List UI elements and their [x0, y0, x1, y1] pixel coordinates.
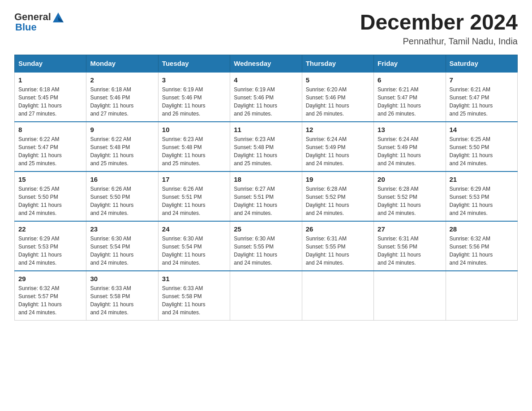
day-cell-18: 18Sunrise: 6:27 AMSunset: 5:51 PMDayligh…: [230, 171, 302, 221]
day-info: Sunrise: 6:21 AMSunset: 5:47 PMDaylight:…: [378, 86, 442, 118]
day-number: 7: [450, 76, 514, 84]
day-info: Sunrise: 6:33 AMSunset: 5:58 PMDaylight:…: [90, 284, 154, 317]
day-cell-25: 25Sunrise: 6:30 AMSunset: 5:55 PMDayligh…: [230, 221, 302, 271]
day-cell-21: 21Sunrise: 6:29 AMSunset: 5:53 PMDayligh…: [446, 171, 517, 221]
day-cell-23: 23Sunrise: 6:30 AMSunset: 5:54 PMDayligh…: [86, 221, 158, 271]
month-title: December 2024: [360, 11, 518, 34]
logo: General Blue: [14, 11, 64, 33]
day-info: Sunrise: 6:22 AMSunset: 5:47 PMDaylight:…: [18, 135, 82, 167]
day-info: Sunrise: 6:32 AMSunset: 5:56 PMDaylight:…: [450, 235, 514, 267]
day-cell-15: 15Sunrise: 6:25 AMSunset: 5:50 PMDayligh…: [15, 171, 86, 221]
day-cell-28: 28Sunrise: 6:32 AMSunset: 5:56 PMDayligh…: [446, 221, 517, 271]
day-cell-1: 1Sunrise: 6:18 AMSunset: 5:45 PMDaylight…: [15, 72, 86, 122]
day-cell-26: 26Sunrise: 6:31 AMSunset: 5:55 PMDayligh…: [302, 221, 373, 271]
empty-cell: [230, 271, 302, 321]
day-number: 16: [90, 176, 154, 183]
day-info: Sunrise: 6:20 AMSunset: 5:46 PMDaylight:…: [306, 86, 370, 118]
day-cell-27: 27Sunrise: 6:31 AMSunset: 5:56 PMDayligh…: [374, 221, 446, 271]
day-info: Sunrise: 6:30 AMSunset: 5:54 PMDaylight:…: [162, 235, 226, 267]
day-number: 31: [162, 275, 226, 283]
day-cell-2: 2Sunrise: 6:18 AMSunset: 5:46 PMDaylight…: [86, 72, 158, 122]
day-cell-16: 16Sunrise: 6:26 AMSunset: 5:50 PMDayligh…: [86, 171, 158, 221]
day-cell-3: 3Sunrise: 6:19 AMSunset: 5:46 PMDaylight…: [158, 72, 230, 122]
day-info: Sunrise: 6:28 AMSunset: 5:52 PMDaylight:…: [378, 185, 442, 217]
logo-icon: [52, 11, 64, 23]
day-number: 15: [18, 176, 82, 183]
day-number: 28: [450, 225, 514, 233]
day-info: Sunrise: 6:19 AMSunset: 5:46 PMDaylight:…: [162, 86, 226, 118]
day-cell-6: 6Sunrise: 6:21 AMSunset: 5:47 PMDaylight…: [374, 72, 446, 122]
day-number: 3: [162, 76, 226, 84]
day-cell-30: 30Sunrise: 6:33 AMSunset: 5:58 PMDayligh…: [86, 271, 158, 321]
day-info: Sunrise: 6:31 AMSunset: 5:55 PMDaylight:…: [306, 235, 370, 267]
day-info: Sunrise: 6:28 AMSunset: 5:52 PMDaylight:…: [306, 185, 370, 217]
day-number: 29: [18, 275, 82, 283]
day-number: 27: [378, 225, 442, 233]
day-info: Sunrise: 6:18 AMSunset: 5:45 PMDaylight:…: [18, 86, 82, 118]
day-info: Sunrise: 6:29 AMSunset: 5:53 PMDaylight:…: [18, 235, 82, 267]
empty-cell: [374, 271, 446, 321]
day-number: 18: [234, 176, 298, 183]
weekday-header-row: SundayMondayTuesdayWednesdayThursdayFrid…: [15, 55, 518, 72]
weekday-header-wednesday: Wednesday: [230, 55, 302, 72]
day-info: Sunrise: 6:22 AMSunset: 5:48 PMDaylight:…: [90, 135, 154, 167]
day-cell-13: 13Sunrise: 6:24 AMSunset: 5:49 PMDayligh…: [374, 122, 446, 171]
weekday-header-friday: Friday: [374, 55, 446, 72]
day-cell-31: 31Sunrise: 6:33 AMSunset: 5:58 PMDayligh…: [158, 271, 230, 321]
day-number: 12: [306, 126, 370, 133]
day-info: Sunrise: 6:31 AMSunset: 5:56 PMDaylight:…: [378, 235, 442, 267]
day-cell-19: 19Sunrise: 6:28 AMSunset: 5:52 PMDayligh…: [302, 171, 373, 221]
day-info: Sunrise: 6:26 AMSunset: 5:51 PMDaylight:…: [162, 185, 226, 217]
day-cell-29: 29Sunrise: 6:32 AMSunset: 5:57 PMDayligh…: [15, 271, 86, 321]
weekday-header-monday: Monday: [86, 55, 158, 72]
day-number: 6: [378, 76, 442, 84]
day-number: 25: [234, 225, 298, 233]
weekday-header-thursday: Thursday: [302, 55, 373, 72]
day-info: Sunrise: 6:30 AMSunset: 5:55 PMDaylight:…: [234, 235, 298, 267]
day-cell-22: 22Sunrise: 6:29 AMSunset: 5:53 PMDayligh…: [15, 221, 86, 271]
location-subtitle: Pennathur, Tamil Nadu, India: [360, 36, 518, 47]
day-number: 9: [90, 126, 154, 133]
day-number: 24: [162, 225, 226, 233]
title-block: December 2024 Pennathur, Tamil Nadu, Ind…: [360, 11, 518, 47]
day-number: 13: [378, 126, 442, 133]
day-number: 1: [18, 76, 82, 84]
day-info: Sunrise: 6:26 AMSunset: 5:50 PMDaylight:…: [90, 185, 154, 217]
week-row-2: 8Sunrise: 6:22 AMSunset: 5:47 PMDaylight…: [15, 122, 518, 171]
day-cell-14: 14Sunrise: 6:25 AMSunset: 5:50 PMDayligh…: [446, 122, 517, 171]
page-header: General Blue December 2024 Pennathur, Ta…: [14, 11, 518, 47]
day-info: Sunrise: 6:25 AMSunset: 5:50 PMDaylight:…: [18, 185, 82, 217]
day-cell-10: 10Sunrise: 6:23 AMSunset: 5:48 PMDayligh…: [158, 122, 230, 171]
day-number: 20: [378, 176, 442, 183]
calendar-table: SundayMondayTuesdayWednesdayThursdayFrid…: [14, 55, 518, 321]
day-info: Sunrise: 6:19 AMSunset: 5:46 PMDaylight:…: [234, 86, 298, 118]
day-cell-7: 7Sunrise: 6:21 AMSunset: 5:47 PMDaylight…: [446, 72, 517, 122]
day-info: Sunrise: 6:30 AMSunset: 5:54 PMDaylight:…: [90, 235, 154, 267]
weekday-header-saturday: Saturday: [446, 55, 517, 72]
day-number: 11: [234, 126, 298, 133]
day-cell-9: 9Sunrise: 6:22 AMSunset: 5:48 PMDaylight…: [86, 122, 158, 171]
week-row-3: 15Sunrise: 6:25 AMSunset: 5:50 PMDayligh…: [15, 171, 518, 221]
day-cell-12: 12Sunrise: 6:24 AMSunset: 5:49 PMDayligh…: [302, 122, 373, 171]
day-cell-20: 20Sunrise: 6:28 AMSunset: 5:52 PMDayligh…: [374, 171, 446, 221]
week-row-5: 29Sunrise: 6:32 AMSunset: 5:57 PMDayligh…: [15, 271, 518, 321]
day-info: Sunrise: 6:33 AMSunset: 5:58 PMDaylight:…: [162, 284, 226, 317]
empty-cell: [302, 271, 373, 321]
day-cell-11: 11Sunrise: 6:23 AMSunset: 5:48 PMDayligh…: [230, 122, 302, 171]
day-info: Sunrise: 6:25 AMSunset: 5:50 PMDaylight:…: [450, 135, 514, 167]
day-number: 8: [18, 126, 82, 133]
day-number: 21: [450, 176, 514, 183]
day-number: 14: [450, 126, 514, 133]
day-number: 4: [234, 76, 298, 84]
day-number: 2: [90, 76, 154, 84]
day-info: Sunrise: 6:24 AMSunset: 5:49 PMDaylight:…: [306, 135, 370, 167]
day-number: 19: [306, 176, 370, 183]
empty-cell: [446, 271, 517, 321]
week-row-4: 22Sunrise: 6:29 AMSunset: 5:53 PMDayligh…: [15, 221, 518, 271]
day-number: 30: [90, 275, 154, 283]
day-cell-17: 17Sunrise: 6:26 AMSunset: 5:51 PMDayligh…: [158, 171, 230, 221]
day-info: Sunrise: 6:24 AMSunset: 5:49 PMDaylight:…: [378, 135, 442, 167]
day-info: Sunrise: 6:32 AMSunset: 5:57 PMDaylight:…: [18, 284, 82, 317]
logo-blue-text: Blue: [15, 21, 37, 33]
day-cell-8: 8Sunrise: 6:22 AMSunset: 5:47 PMDaylight…: [15, 122, 86, 171]
